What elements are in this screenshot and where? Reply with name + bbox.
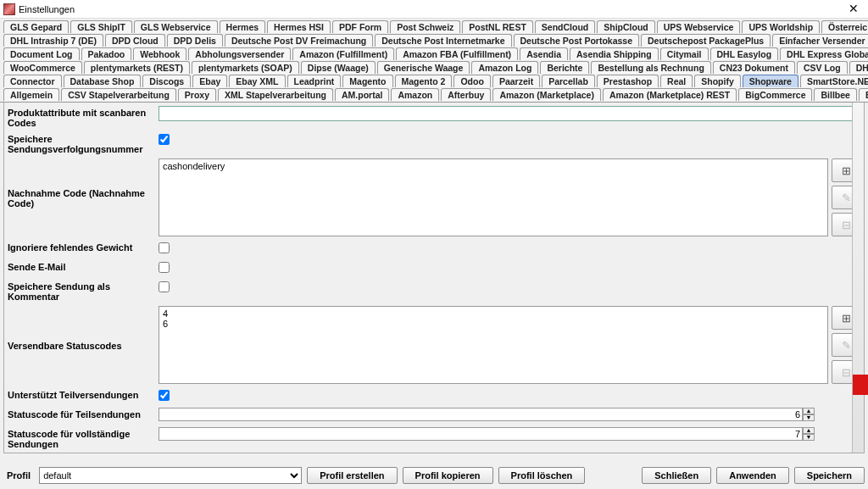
checkbox-send-email[interactable] xyxy=(159,262,170,273)
tab-magento[interactable]: Magento xyxy=(342,75,392,87)
tab-pdf-form[interactable]: PDF Form xyxy=(332,20,388,33)
tab-amazon-fulfillment-[interactable]: Amazon (Fulfillment) xyxy=(292,47,394,60)
tab-ebay[interactable]: Ebay xyxy=(192,75,227,87)
tab-dhl-easylog[interactable]: DHL Easylog xyxy=(710,47,779,60)
tab-dhl-intraship-7-de-[interactable]: DHL Intraship 7 (DE) xyxy=(3,34,103,47)
spinner-partial-status[interactable] xyxy=(159,408,803,421)
tab-asendia-shipping[interactable]: Asendia Shipping xyxy=(570,47,659,60)
tab-dpd-delis[interactable]: DPD Delis xyxy=(167,34,223,47)
input-product-attributes[interactable] xyxy=(159,106,860,121)
tab-cn23-dokument[interactable]: CN23 Dokument xyxy=(713,61,795,74)
tab-billbee[interactable]: Billbee xyxy=(814,88,856,101)
tab-woocommerce[interactable]: WooCommerce xyxy=(3,61,82,74)
tab-amazon-log[interactable]: Amazon Log xyxy=(471,61,538,74)
tab-einfacher-versender[interactable]: Einfacher Versender xyxy=(772,34,868,47)
tab-xml-stapelverarbeitung[interactable]: XML Stapelverarbeitung xyxy=(218,88,333,101)
tab-dpd-cloud[interactable]: DPD Cloud xyxy=(105,34,165,47)
checkbox-save-as-comment[interactable] xyxy=(159,281,170,292)
tab-bricklink[interactable]: Bricklink xyxy=(859,88,868,101)
tab-deutsche-post-dv-freimachung[interactable]: Deutsche Post DV Freimachung xyxy=(225,34,373,47)
tab-proxy[interactable]: Proxy xyxy=(178,88,216,101)
tab-post-schweiz[interactable]: Post Schweiz xyxy=(390,20,460,33)
tab-sendcloud[interactable]: SendCloud xyxy=(535,20,595,33)
tab-bestellung-als-rechnung[interactable]: Bestellung als Rechnung xyxy=(591,61,710,74)
tab-connector[interactable]: Connector xyxy=(3,75,62,87)
tab-prestashop[interactable]: Prestashop xyxy=(597,75,659,87)
tab-paarzeit[interactable]: Paarzeit xyxy=(492,75,540,87)
spinner-down-icon[interactable]: ▼ xyxy=(803,414,815,421)
tab-dhl-retoure[interactable]: DHL Retoure xyxy=(849,61,868,74)
listbox-shippable-status[interactable]: 4 6 xyxy=(159,306,828,384)
tab-afterbuy[interactable]: Afterbuy xyxy=(441,88,491,101)
tab-amazon[interactable]: Amazon xyxy=(391,88,439,101)
tab-shipcloud[interactable]: ShipCloud xyxy=(597,20,655,33)
tab-dipse-waage-[interactable]: Dipse (Waage) xyxy=(301,61,376,74)
tab--sterreichische-post[interactable]: Österreichische Post xyxy=(821,20,868,33)
tab-amazon-fba-fulfillment-[interactable]: Amazon FBA (Fulfillment) xyxy=(396,47,518,60)
label-full-status: Statuscode für vollständige Sendungen xyxy=(8,427,159,449)
tab-magento-2[interactable]: Magento 2 xyxy=(395,75,453,87)
tab-abholungsversender[interactable]: Abholungsversender xyxy=(188,47,291,60)
tab-document-log[interactable]: Document Log xyxy=(3,47,80,60)
tab-ups-worldship[interactable]: UPS Worldship xyxy=(742,20,820,33)
checkbox-ignore-weight[interactable] xyxy=(159,242,170,253)
tab-deutsche-post-portokasse[interactable]: Deutsche Post Portokasse xyxy=(514,34,639,47)
tab-leadprint[interactable]: Leadprint xyxy=(287,75,342,87)
tab-deutsche-post-internetmarke[interactable]: Deutsche Post Internetmarke xyxy=(375,34,511,47)
tab-real[interactable]: Real xyxy=(660,75,693,87)
label-shippable-status: Versendbare Statuscodes xyxy=(8,339,159,351)
tab-bigcommerce[interactable]: BigCommerce xyxy=(738,88,812,101)
vertical-scrollbar[interactable] xyxy=(852,103,864,453)
save-button[interactable]: Speichern xyxy=(794,467,865,484)
tab-asendia[interactable]: Asendia xyxy=(520,47,568,60)
tab-citymail[interactable]: Citymail xyxy=(660,47,709,60)
copy-profile-button[interactable]: Profil kopieren xyxy=(403,467,493,484)
tab-dhl-express-global-ws[interactable]: DHL Express Global WS xyxy=(780,47,868,60)
apply-button[interactable]: Anwenden xyxy=(716,467,789,484)
tab-plentymarkets-rest-[interactable]: plentymarkets (REST) xyxy=(84,61,190,74)
window-titlebar: Einstellungen ✕ xyxy=(0,0,868,19)
tab-csv-log[interactable]: CSV Log xyxy=(797,61,848,74)
tab-amazon-marketplace-rest[interactable]: Amazon (Marketplace) REST xyxy=(603,88,737,101)
checkbox-save-tracking[interactable] xyxy=(159,134,170,145)
tab-smartstore-net[interactable]: SmartStore.NET xyxy=(800,75,868,87)
spinner-down-icon[interactable]: ▼ xyxy=(803,434,815,441)
tab-allgemein[interactable]: Allgemein xyxy=(3,88,59,101)
tab-amazon-marketplace-[interactable]: Amazon (Marketplace) xyxy=(492,88,600,101)
select-profile[interactable]: default xyxy=(39,467,302,484)
tab-deutschepost-packageplus[interactable]: Deutschepost PackagePlus xyxy=(641,34,771,47)
label-send-email: Sende E-Mail xyxy=(8,260,159,272)
tab-shopware[interactable]: Shopware xyxy=(743,75,798,87)
tab-ebay-xml[interactable]: Ebay XML xyxy=(229,75,285,87)
create-profile-button[interactable]: Profil erstellen xyxy=(307,467,397,484)
tab-database-shop[interactable]: Database Shop xyxy=(64,75,142,87)
spinner-up-icon[interactable]: ▲ xyxy=(803,427,815,434)
spinner-up-icon[interactable]: ▲ xyxy=(803,408,815,414)
tab-shopify[interactable]: Shopify xyxy=(694,75,741,87)
delete-profile-button[interactable]: Profil löschen xyxy=(498,467,586,484)
tab-ups-webservice[interactable]: UPS Webservice xyxy=(657,20,741,33)
tab-pakadoo[interactable]: Pakadoo xyxy=(81,47,132,60)
tab-hermes[interactable]: Hermes xyxy=(220,20,266,33)
tab-discogs[interactable]: Discogs xyxy=(142,75,191,87)
tab-webhook[interactable]: Webhook xyxy=(133,47,186,60)
close-button[interactable]: Schließen xyxy=(642,467,711,484)
close-icon[interactable]: ✕ xyxy=(843,2,865,17)
tab-csv-stapelverarbeitung[interactable]: CSV Stapelverarbeitung xyxy=(61,88,176,101)
spinner-full-status[interactable] xyxy=(159,427,803,441)
tab-parcellab[interactable]: Parcellab xyxy=(542,75,595,87)
label-partial-status: Statuscode für Teilsendungen xyxy=(8,408,159,420)
tab-hermes-hsi[interactable]: Hermes HSI xyxy=(267,20,331,33)
tab-odoo[interactable]: Odoo xyxy=(453,75,490,87)
label-product-attributes: Produktattribute mit scanbaren Codes xyxy=(8,106,159,128)
tab-gls-shipit[interactable]: GLS ShipIT xyxy=(70,20,132,33)
tab-generische-waage[interactable]: Generische Waage xyxy=(377,61,470,74)
tab-berichte[interactable]: Berichte xyxy=(540,61,589,74)
tab-plentymarkets-soap-[interactable]: plentymarkets (SOAP) xyxy=(192,61,299,74)
tab-gls-gepard[interactable]: GLS Gepard xyxy=(3,20,69,33)
checkbox-supports-partial[interactable] xyxy=(159,390,170,401)
tab-postnl-rest[interactable]: PostNL REST xyxy=(462,20,532,33)
listbox-cod-code[interactable]: cashondelivery xyxy=(159,158,828,236)
tab-am-portal[interactable]: AM.portal xyxy=(335,88,389,101)
tab-gls-webservice[interactable]: GLS Webservice xyxy=(134,20,218,33)
